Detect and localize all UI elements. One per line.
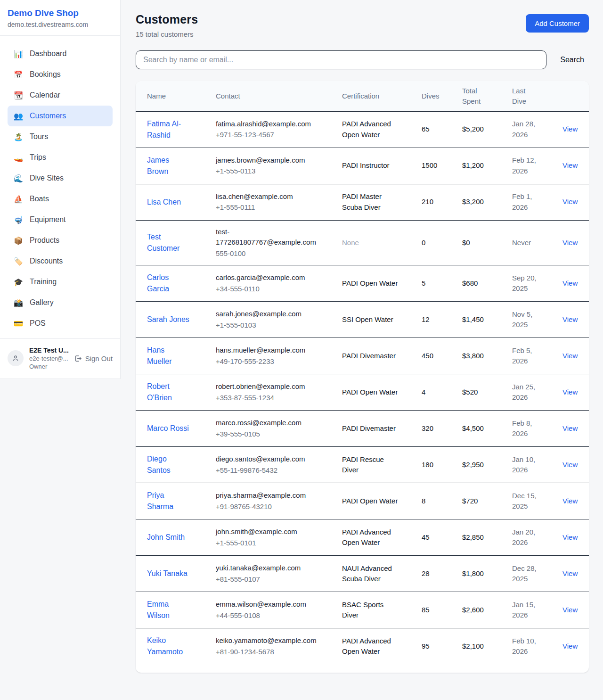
view-customer-link[interactable]: View [562, 387, 578, 398]
customer-name-link[interactable]: Emma Wilson [147, 599, 189, 621]
contact-cell: test-1772681807767@example.com 555-0100 [216, 227, 342, 259]
customer-name-link[interactable]: Fatima Al-Rashid [147, 118, 189, 141]
contact-cell: carlos.garcia@example.com +34-555-0110 [216, 272, 342, 294]
sidebar-item-dashboard[interactable]: 📊 Dashboard [8, 43, 113, 64]
customer-name-link[interactable]: Priya Sharma [147, 490, 189, 512]
customer-certification: PADI Divemaster [342, 351, 399, 362]
boats-sailboat-icon: ⛵ [14, 195, 23, 204]
sign-out-label: Sign Out [85, 354, 113, 362]
add-customer-button[interactable]: Add Customer [526, 14, 589, 33]
table-row: Lisa Chen lisa.chen@example.com +1-555-0… [136, 184, 589, 220]
contact-cell: lisa.chen@example.com +1-555-0111 [216, 191, 342, 213]
training-grad-cap-icon: 🎓 [14, 278, 23, 287]
brand-domain: demo.test.divestreams.com [8, 21, 113, 28]
person-icon [12, 354, 19, 362]
table-row: James Brown james.brown@example.com +1-5… [136, 148, 589, 184]
sidebar: Demo Dive Shop demo.test.divestreams.com… [0, 0, 121, 379]
customer-email: priya.sharma@example.com [216, 490, 317, 501]
sidebar-item-customers[interactable]: 👥 Customers [8, 106, 113, 126]
customer-dives: 4 [422, 387, 462, 398]
view-customer-link[interactable]: View [562, 197, 578, 207]
customer-certification: PADI Instructor [342, 160, 399, 171]
table-row: Carlos Garcia carlos.garcia@example.com … [136, 265, 589, 301]
customer-name-link[interactable]: Yuki Tanaka [147, 568, 189, 579]
view-customer-link[interactable]: View [562, 124, 578, 135]
customer-certification: BSAC Sports Diver [342, 600, 399, 621]
contact-cell: marco.rossi@example.com +39-555-0105 [216, 418, 342, 439]
customer-name-link[interactable]: John Smith [147, 532, 189, 543]
customer-name-link[interactable]: Carlos Garcia [147, 272, 189, 295]
sidebar-item-discounts[interactable]: 🏷️ Discounts [8, 251, 113, 272]
customer-name-link[interactable]: Sarah Jones [147, 314, 189, 325]
view-customer-link[interactable]: View [562, 605, 578, 616]
sidebar-item-products[interactable]: 📦 Products [8, 230, 113, 251]
view-customer-link[interactable]: View [562, 278, 578, 289]
table-row: Marco Rossi marco.rossi@example.com +39-… [136, 410, 589, 446]
sidebar-item-pos[interactable]: 💳 POS [8, 313, 113, 334]
customer-total-spent: $2,850 [462, 532, 512, 543]
view-customer-link[interactable]: View [562, 351, 578, 362]
view-customer-link[interactable]: View [562, 641, 578, 652]
sidebar-item-gallery[interactable]: 📸 Gallery [8, 292, 113, 313]
brand-title: Demo Dive Shop [8, 8, 113, 18]
customer-count: 15 total customers [136, 30, 198, 38]
sidebar-item-equipment[interactable]: 🤿 Equipment [8, 209, 113, 230]
sidebar-item-label: Customers [30, 112, 66, 120]
customer-phone: +1-555-0113 [216, 166, 342, 177]
sidebar-item-label: Dashboard [30, 49, 66, 58]
search-button[interactable]: Search [560, 56, 584, 64]
sidebar-item-label: Products [30, 236, 59, 245]
table-body: Fatima Al-Rashid fatima.alrashid@example… [136, 111, 589, 665]
table-row: Emma Wilson emma.wilson@example.com +44-… [136, 592, 589, 628]
customer-total-spent: $2,600 [462, 605, 512, 616]
customer-email: yuki.tanaka@example.com [216, 563, 317, 574]
search-input[interactable] [136, 50, 546, 69]
sidebar-item-label: Tours [30, 132, 48, 141]
customer-phone: +1-555-0111 [216, 202, 342, 213]
customer-name-link[interactable]: Keiko Yamamoto [147, 635, 189, 658]
sidebar-item-trips[interactable]: 🚤 Trips [8, 147, 113, 168]
sidebar-item-label: Gallery [30, 298, 54, 307]
sidebar-item-tours[interactable]: 🏝️ Tours [8, 126, 113, 147]
customer-name-link[interactable]: Diego Santos [147, 453, 189, 476]
user-block: E2E Test U... e2e-tester@... Owner Sign … [0, 338, 120, 379]
contact-cell: emma.wilson@example.com +44-555-0108 [216, 599, 342, 621]
customer-name-link[interactable]: Marco Rossi [147, 423, 189, 434]
customer-name-link[interactable]: Lisa Chen [147, 197, 189, 208]
customer-total-spent: $0 [462, 238, 512, 248]
view-customer-link[interactable]: View [562, 423, 578, 434]
customer-name-link[interactable]: Test Customer [147, 231, 189, 254]
contact-cell: priya.sharma@example.com +91-98765-43210 [216, 490, 342, 512]
customer-dives: 65 [422, 124, 462, 135]
customer-name-link[interactable]: Hans Mueller [147, 345, 189, 367]
customer-dives: 210 [422, 197, 462, 207]
sidebar-item-training[interactable]: 🎓 Training [8, 272, 113, 292]
sidebar-item-boats[interactable]: ⛵ Boats [8, 189, 113, 209]
customer-email: keiko.yamamoto@example.com [216, 635, 317, 646]
customer-phone: +1-555-0103 [216, 320, 342, 331]
view-customer-link[interactable]: View [562, 460, 578, 470]
view-customer-link[interactable]: View [562, 238, 578, 248]
view-customer-link[interactable]: View [562, 532, 578, 543]
customer-name-link[interactable]: Robert O'Brien [147, 381, 189, 404]
customer-certification: PADI Open Water [342, 278, 399, 289]
sidebar-item-label: Calendar [30, 91, 60, 99]
customer-phone: +39-555-0105 [216, 429, 342, 440]
table-row: John Smith john.smith@example.com +1-555… [136, 519, 589, 555]
view-customer-link[interactable]: View [562, 314, 578, 325]
sidebar-item-bookings[interactable]: 📅 Bookings [8, 64, 113, 85]
view-customer-link[interactable]: View [562, 568, 578, 579]
view-customer-link[interactable]: View [562, 160, 578, 171]
customer-name-link[interactable]: James Brown [147, 155, 189, 177]
tours-island-icon: 🏝️ [14, 132, 23, 141]
view-customer-link[interactable]: View [562, 496, 578, 507]
customer-certification: PADI Advanced Open Water [342, 119, 399, 140]
contact-cell: fatima.alrashid@example.com +971-55-123-… [216, 119, 342, 140]
sign-out-button[interactable]: Sign Out [74, 354, 113, 362]
sidebar-item-label: Dive Sites [30, 174, 64, 182]
customer-certification: None [342, 238, 399, 248]
user-name: E2E Test U... [29, 346, 68, 354]
customers-table-card: Name Contact Certification Dives Total S… [136, 81, 589, 673]
sidebar-item-calendar[interactable]: 📆 Calendar [8, 85, 113, 106]
sidebar-item-dive-sites[interactable]: 🌊 Dive Sites [8, 168, 113, 189]
